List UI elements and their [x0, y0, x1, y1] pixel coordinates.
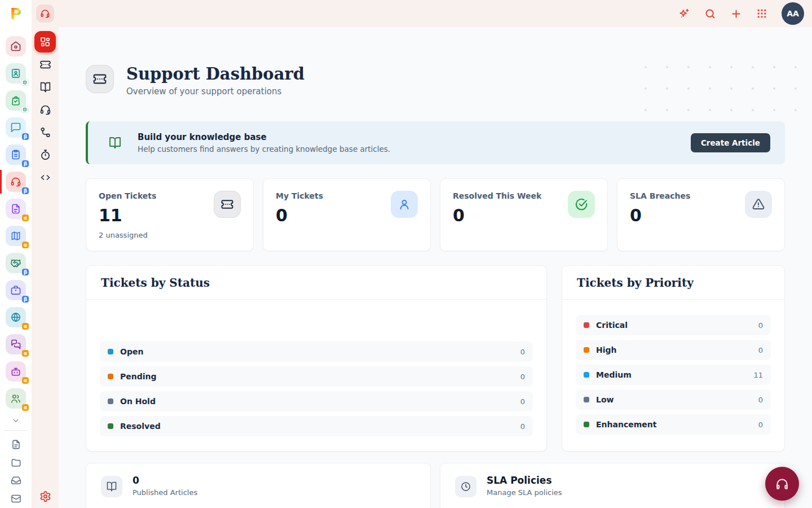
status-row-open: Open 0	[100, 341, 533, 362]
sla-policies-card[interactable]: SLA Policies Manage SLA policies	[440, 463, 785, 508]
app-item-chat[interactable]: β	[0, 114, 32, 141]
priority-row-critical: Critical 0	[576, 315, 771, 335]
settings-gear-icon[interactable]	[39, 491, 51, 502]
tickets-by-priority-panel: Tickets by Priority Critical 0 High 0 Me…	[562, 265, 785, 452]
status-row-resolved: Resolved 0	[100, 416, 533, 436]
module-knowledge-base[interactable]	[34, 76, 56, 98]
priority-dot	[584, 397, 589, 402]
module-developer[interactable]	[34, 166, 56, 189]
ticket-icon	[214, 191, 241, 218]
user-avatar[interactable]: AA	[782, 2, 804, 25]
stat-card-sla-breaches: SLA Breaches 0	[617, 178, 785, 251]
stat-card-resolved-week: Resolved This Week 0	[440, 178, 608, 251]
product-logo[interactable]: P	[0, 0, 32, 27]
module-tickets[interactable]	[34, 53, 56, 76]
headset-icon	[40, 8, 50, 19]
knowledge-base-banner: Build your knowledge base Help customers…	[86, 121, 785, 164]
priority-dot	[584, 347, 589, 353]
app-item-docs[interactable]: α	[0, 195, 32, 222]
alpha-badge: α	[22, 214, 29, 221]
status-dot	[108, 398, 113, 404]
stat-card-open-tickets: Open Tickets 11 2 unassigned	[86, 178, 254, 251]
alpha-badge: α	[22, 350, 29, 357]
stat-card-my-tickets: My Tickets 0	[263, 178, 431, 251]
page-header: Support Dashboard Overview of your suppo…	[86, 65, 785, 97]
app-item-helpdesk[interactable]: β	[0, 168, 32, 195]
ai-sparkle-icon[interactable]	[678, 7, 690, 20]
alert-triangle-icon	[745, 191, 772, 218]
app-item-hr[interactable]: β	[0, 277, 32, 304]
p-logo-icon: P	[6, 3, 26, 24]
support-fab[interactable]	[765, 467, 799, 501]
priority-row-enhancement: Enhancement 0	[576, 414, 771, 435]
chevron-down-icon[interactable]	[11, 415, 21, 426]
dashboard-icon	[39, 36, 51, 47]
app-item-deals[interactable]: β	[0, 249, 32, 277]
module-dashboard[interactable]	[34, 31, 56, 52]
create-article-button[interactable]: Create Article	[691, 133, 770, 152]
timer-icon	[39, 149, 51, 161]
app-rail: β β β α α β β	[0, 27, 32, 508]
file-icon[interactable]	[0, 435, 32, 453]
app-item-teams[interactable]: α	[0, 385, 32, 412]
app-item-forum[interactable]: α	[0, 331, 32, 358]
code-icon	[39, 172, 51, 183]
alpha-badge: α	[22, 404, 29, 411]
beta-badge: β	[22, 296, 29, 303]
topbar: P AA	[0, 0, 812, 27]
rail-divider	[5, 430, 27, 431]
module-support[interactable]	[34, 98, 56, 121]
status-row-on-hold: On Hold 0	[100, 391, 533, 411]
app-item-bot[interactable]: α	[0, 358, 32, 385]
status-row-pending: Pending 0	[100, 366, 533, 387]
active-app-chip[interactable]	[36, 5, 54, 23]
app-item-commerce[interactable]	[0, 87, 32, 114]
module-timer[interactable]	[34, 143, 56, 166]
book-open-icon	[108, 136, 122, 150]
app-launcher-icon[interactable]	[756, 7, 768, 20]
headphones-icon	[775, 476, 789, 491]
check-circle-icon	[568, 191, 595, 218]
inbox-icon[interactable]	[0, 471, 32, 489]
clock-icon	[455, 476, 476, 497]
ticket-icon	[39, 59, 51, 71]
headset-icon	[39, 104, 51, 116]
home-icon	[6, 36, 26, 56]
ticket-icon	[86, 65, 114, 93]
mail-icon[interactable]	[0, 489, 32, 507]
app-item-maps[interactable]: α	[0, 222, 32, 249]
status-dot	[108, 374, 113, 379]
priority-row-medium: Medium 11	[576, 365, 771, 385]
sla-subtitle: Manage SLA policies	[487, 488, 562, 497]
branch-icon	[39, 126, 51, 138]
app-item-contacts[interactable]	[0, 60, 32, 87]
folder-icon[interactable]	[0, 453, 32, 471]
chart-panels: Tickets by Status Open 0 Pending 0 On Ho…	[86, 265, 785, 452]
beta-badge: β	[22, 269, 29, 275]
priority-row-high: High 0	[576, 340, 771, 360]
app-item-sites[interactable]: α	[0, 304, 32, 331]
add-icon[interactable]	[730, 7, 742, 20]
priority-dot	[584, 372, 589, 378]
module-call-flow[interactable]	[34, 121, 56, 143]
app-item-projects[interactable]: β	[0, 141, 32, 168]
articles-label: Published Articles	[133, 488, 197, 497]
search-icon[interactable]	[704, 7, 716, 20]
banner-description: Help customers find answers by creating …	[138, 144, 390, 154]
banner-title: Build your knowledge base	[138, 132, 390, 142]
alpha-badge: α	[22, 323, 29, 330]
stat-sub: 2 unassigned	[99, 231, 241, 239]
priority-dot	[584, 422, 589, 427]
tickets-by-status-panel: Tickets by Status Open 0 Pending 0 On Ho…	[86, 265, 547, 452]
app-item-home[interactable]	[0, 33, 32, 60]
beta-badge: β	[22, 160, 29, 167]
page-subtitle: Overview of your support operations	[126, 86, 304, 97]
published-articles-card[interactable]: 0 Published Articles	[86, 463, 431, 508]
book-open-icon	[101, 476, 122, 497]
main-content: Support Dashboard Overview of your suppo…	[59, 27, 812, 508]
user-icon	[391, 191, 418, 218]
svg-text:P: P	[10, 5, 21, 23]
book-open-icon	[39, 81, 51, 93]
panel-title: Tickets by Status	[101, 276, 210, 290]
beta-badge: β	[22, 133, 29, 140]
